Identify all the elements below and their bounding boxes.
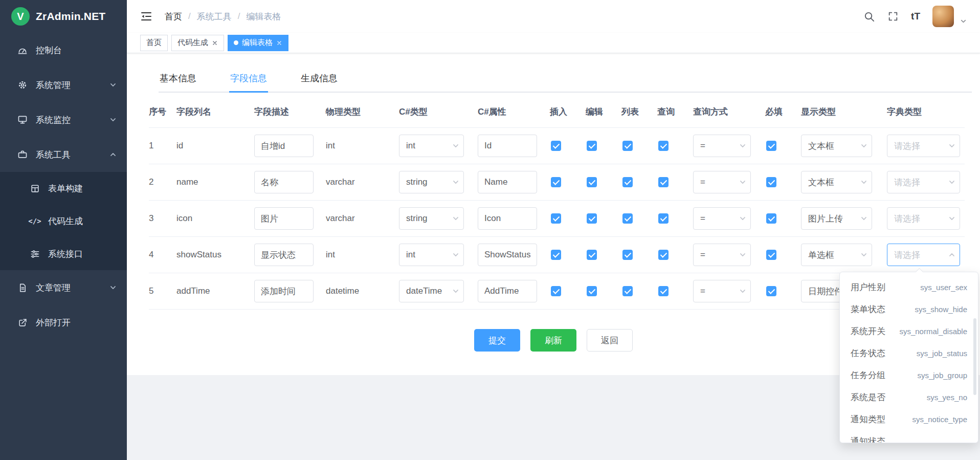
dropdown-scrollbar[interactable] — [973, 318, 976, 395]
font-size-icon[interactable]: tT — [911, 11, 920, 22]
field-desc-input[interactable] — [254, 244, 314, 266]
dict-type-select[interactable]: 请选择 — [887, 171, 960, 193]
physical-type-cell: varchar — [326, 213, 399, 224]
tab-field-info[interactable]: 字段信息 — [229, 65, 268, 92]
query-mode-select[interactable]: = — [693, 280, 751, 302]
tag-edit-table[interactable]: 编辑表格 — [228, 35, 288, 51]
required-checkbox[interactable] — [766, 250, 776, 260]
display-type-select[interactable]: 文本框 — [801, 171, 872, 193]
dict-type-select[interactable]: 请选择 — [887, 135, 960, 157]
cs-attr-input[interactable] — [478, 207, 537, 230]
tab-basic-info[interactable]: 基本信息 — [159, 65, 197, 92]
close-icon[interactable] — [276, 40, 282, 46]
dropdown-option[interactable]: 通知类型 sys_notice_type — [840, 408, 978, 430]
required-checkbox[interactable] — [766, 213, 776, 224]
query-checkbox[interactable] — [658, 286, 669, 296]
query-mode-select[interactable]: = — [693, 135, 751, 157]
cs-type-select[interactable]: string — [399, 207, 464, 230]
close-icon[interactable] — [212, 40, 218, 46]
list-checkbox[interactable] — [622, 213, 633, 224]
query-checkbox[interactable] — [658, 213, 669, 224]
logo[interactable]: V ZrAdmin.NET — [0, 0, 127, 33]
required-checkbox[interactable] — [766, 286, 776, 296]
field-desc-input[interactable] — [254, 207, 314, 230]
cs-attr-input[interactable] — [478, 171, 537, 193]
dropdown-option[interactable]: 任务分组 sys_job_group — [840, 364, 978, 386]
edit-checkbox[interactable] — [587, 213, 597, 224]
dropdown-option[interactable]: 通知状态 — [840, 430, 978, 443]
app-root: V ZrAdmin.NET 控制台 系统管理 — [0, 0, 980, 460]
display-type-select[interactable]: 单选框 — [801, 244, 872, 266]
list-checkbox[interactable] — [622, 286, 633, 296]
back-button[interactable]: 返回 — [587, 329, 633, 352]
chevron-up-icon — [109, 151, 117, 158]
chevron-down-icon — [860, 142, 867, 149]
list-checkbox[interactable] — [622, 250, 633, 260]
cs-attr-input[interactable] — [478, 135, 537, 157]
insert-checkbox[interactable] — [551, 141, 561, 151]
display-type-select[interactable]: 文本框 — [801, 135, 872, 157]
cs-type-select[interactable]: string — [399, 171, 464, 193]
dict-type-select[interactable]: 请选择 — [887, 207, 960, 230]
breadcrumb-current: 编辑表格 — [246, 11, 281, 23]
required-checkbox[interactable] — [766, 177, 776, 187]
dropdown-option[interactable]: 系统是否 sys_yes_no — [840, 386, 978, 408]
field-desc-input[interactable] — [254, 280, 314, 302]
dropdown-option[interactable]: 菜单状态 sys_show_hide — [840, 298, 978, 320]
insert-checkbox[interactable] — [551, 250, 561, 260]
field-desc-input[interactable] — [254, 171, 314, 193]
tag-codegen[interactable]: 代码生成 — [171, 35, 224, 51]
sidebar-item-external-open[interactable]: 外部打开 — [0, 305, 127, 340]
query-checkbox[interactable] — [658, 250, 669, 260]
sidebar-item-system-api[interactable]: 系统接口 — [0, 237, 127, 270]
dict-type-select-open[interactable]: 请选择 — [887, 244, 960, 266]
query-mode-select[interactable]: = — [693, 244, 751, 266]
cs-type-select[interactable]: dateTime — [399, 280, 464, 302]
insert-checkbox[interactable] — [551, 213, 561, 224]
refresh-button[interactable]: 刷新 — [530, 329, 576, 352]
edit-checkbox[interactable] — [587, 286, 597, 296]
column-name-cell: showStatus — [176, 250, 254, 260]
field-desc-input[interactable] — [254, 135, 314, 157]
cs-type-select[interactable]: int — [399, 244, 464, 266]
sidebar-fold-icon[interactable] — [140, 10, 152, 23]
required-checkbox[interactable] — [766, 141, 776, 151]
fullscreen-icon[interactable] — [887, 11, 899, 22]
list-checkbox[interactable] — [622, 177, 633, 187]
query-checkbox[interactable] — [658, 177, 669, 187]
tag-home[interactable]: 首页 — [140, 35, 168, 51]
display-type-select[interactable]: 图片上传 — [801, 207, 872, 230]
edit-checkbox[interactable] — [587, 177, 597, 187]
query-mode-select[interactable]: = — [693, 171, 751, 193]
sidebar-item-system-manage[interactable]: 系统管理 — [0, 68, 127, 102]
query-checkbox[interactable] — [658, 141, 669, 151]
navbar-tools: tT — [863, 6, 967, 27]
breadcrumb-section[interactable]: 系统工具 — [197, 11, 232, 23]
query-mode-select[interactable]: = — [693, 207, 751, 230]
avatar[interactable] — [932, 6, 954, 27]
breadcrumb-home[interactable]: 首页 — [165, 11, 182, 23]
insert-checkbox[interactable] — [551, 177, 561, 187]
insert-checkbox[interactable] — [551, 286, 561, 296]
dropdown-option[interactable]: 系统开关 sys_normal_disable — [840, 320, 978, 342]
column-name-cell: addTime — [176, 286, 254, 296]
sidebar-item-code-generator[interactable]: </> 代码生成 — [0, 205, 127, 237]
sidebar-item-dashboard[interactable]: 控制台 — [0, 33, 127, 68]
tags-bar: 首页 代码生成 编辑表格 — [127, 33, 980, 53]
sidebar-item-system-tools[interactable]: 系统工具 — [0, 137, 127, 172]
dropdown-option[interactable]: 任务状态 sys_job_status — [840, 342, 978, 364]
caret-down-icon[interactable] — [960, 18, 967, 25]
list-checkbox[interactable] — [622, 141, 633, 151]
sidebar-item-article-manage[interactable]: 文章管理 — [0, 270, 127, 305]
dropdown-option[interactable]: 用户性别 sys_user_sex — [840, 276, 978, 298]
cs-attr-input[interactable] — [478, 244, 537, 266]
submit-button[interactable]: 提交 — [474, 329, 520, 352]
sidebar-item-system-monitor[interactable]: 系统监控 — [0, 102, 127, 137]
cs-type-select[interactable]: int — [399, 135, 464, 157]
sidebar-item-form-builder[interactable]: 表单构建 — [0, 172, 127, 205]
tab-generate-info[interactable]: 生成信息 — [300, 65, 339, 92]
cs-attr-input[interactable] — [478, 280, 537, 302]
search-icon[interactable] — [863, 11, 875, 23]
edit-checkbox[interactable] — [587, 141, 597, 151]
edit-checkbox[interactable] — [587, 250, 597, 260]
